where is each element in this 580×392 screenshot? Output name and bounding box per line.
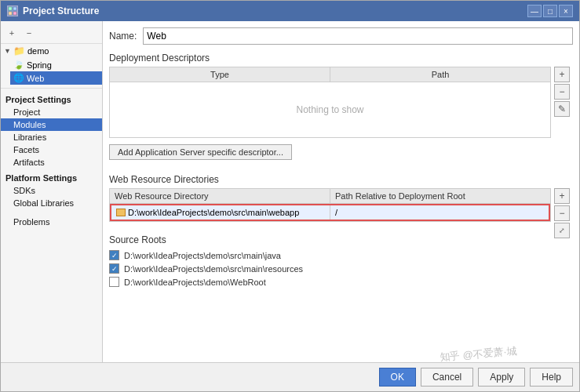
wrd-expand-button[interactable]: ⤢ <box>554 223 570 238</box>
wrd-row-0[interactable]: D:\work\IdeaProjects\demo\src\main\webap… <box>110 204 550 221</box>
help-button[interactable]: Help <box>530 368 573 387</box>
source-roots-section: Source Roots ✓ D:\work\IdeaProjects\demo… <box>109 234 573 289</box>
svg-rect-2 <box>9 12 12 15</box>
ok-button[interactable]: OK <box>379 368 416 387</box>
sidebar-item-label-facets: Facets <box>13 145 39 154</box>
sr-label-resources: D:\work\IdeaProjects\demo\src\main\resou… <box>124 264 303 274</box>
tree-label-spring: Spring <box>27 60 52 70</box>
tree-node-demo[interactable]: ▼ 📁 demo <box>1 44 102 58</box>
dd-add-button[interactable]: + <box>554 67 570 82</box>
sr-checkbox-resources[interactable]: ✓ <box>109 263 119 274</box>
dd-side-buttons: + − ✎ <box>554 67 570 117</box>
name-label: Name: <box>109 31 137 42</box>
sidebar-item-global-libraries[interactable]: Global Libraries <box>1 197 102 209</box>
sidebar-item-label-artifacts: Artifacts <box>13 158 45 167</box>
sidebar-item-project[interactable]: Project <box>1 106 102 118</box>
svg-rect-3 <box>13 12 16 15</box>
source-roots-title: Source Roots <box>109 234 573 245</box>
main-panel: Name: Deployment Descriptors Type Path N… <box>103 21 579 362</box>
wrd-cell-path: D:\work\IdeaProjects\demo\src\main\webap… <box>111 205 330 220</box>
tree-node-web[interactable]: 🌐 Web <box>10 71 102 85</box>
add-module-button[interactable]: + <box>4 26 20 40</box>
sidebar-item-label-modules: Modules <box>13 120 46 129</box>
dd-col-path: Path <box>330 67 550 82</box>
web-icon: 🌐 <box>13 73 24 83</box>
content-area: + − ▼ 📁 demo 🍃 Spring 🌐 Web <box>1 21 579 362</box>
close-button[interactable]: × <box>559 5 573 17</box>
problems-section: Problems <box>1 216 102 228</box>
wrd-table-wrapper: Web Resource Directory Path Relative to … <box>109 188 551 222</box>
cancel-button[interactable]: Cancel <box>421 368 473 387</box>
add-descriptor-button[interactable]: Add Application Server specific descript… <box>109 144 292 160</box>
maximize-button[interactable]: □ <box>543 5 557 17</box>
dd-table-header: Type Path <box>110 67 550 82</box>
sidebar-item-label-sdks: SDKs <box>13 186 35 195</box>
sr-checkbox-webroot[interactable] <box>109 277 119 287</box>
sidebar-toolbar: + − <box>1 24 102 44</box>
wrd-table: Web Resource Directory Path Relative to … <box>109 188 551 222</box>
wrd-remove-button[interactable]: − <box>554 205 570 221</box>
sr-item-resources: ✓ D:\work\IdeaProjects\demo\src\main\res… <box>109 262 573 275</box>
title-controls: — □ × <box>527 5 573 17</box>
sidebar-item-label-global-libraries: Global Libraries <box>13 198 74 208</box>
module-tree: ▼ 📁 demo 🍃 Spring 🌐 Web <box>1 44 102 89</box>
web-resource-directories-section: Web Resource Directories Web Resource Di… <box>109 174 573 222</box>
sidebar-item-label-problems: Problems <box>13 217 49 227</box>
name-row: Name: <box>109 27 573 45</box>
platform-settings-label: Platform Settings <box>1 169 102 184</box>
dd-col-type: Type <box>110 67 330 82</box>
sr-label-webroot: D:\work\IdeaProjects\demo\WebRoot <box>124 278 266 287</box>
wrd-add-button[interactable]: + <box>554 188 570 204</box>
wrd-path-label: D:\work\IdeaProjects\demo\src\main\webap… <box>128 208 299 217</box>
folder-icon: 📁 <box>13 45 25 56</box>
expand-arrow: ▼ <box>4 47 11 55</box>
tree-label-web: Web <box>27 74 44 83</box>
tree-label-demo: demo <box>27 46 49 56</box>
deployment-descriptors-table-wrapper: Type Path Nothing to show + − ✎ <box>109 67 551 138</box>
wrd-cell-relative: / <box>330 205 549 220</box>
sidebar: + − ▼ 📁 demo 🍃 Spring 🌐 Web <box>1 21 103 362</box>
tree-node-spring[interactable]: 🍃 Spring <box>10 58 102 71</box>
sidebar-item-label-libraries: Libraries <box>13 132 46 142</box>
wrd-title: Web Resource Directories <box>109 174 573 185</box>
sidebar-item-sdks[interactable]: SDKs <box>1 184 102 197</box>
window-icon <box>7 5 18 16</box>
sidebar-item-facets[interactable]: Facets <box>1 143 102 156</box>
wrd-header: Web Resource Directory Path Relative to … <box>110 189 550 204</box>
sr-item-java: ✓ D:\work\IdeaProjects\demo\src\main\jav… <box>109 249 573 262</box>
sr-label-java: D:\work\IdeaProjects\demo\src\main\java <box>124 251 281 260</box>
add-descriptor-row: Add Application Server specific descript… <box>109 144 573 168</box>
svg-rect-1 <box>13 7 16 10</box>
sr-checkbox-java[interactable]: ✓ <box>109 250 119 260</box>
remove-module-button[interactable]: − <box>21 26 37 40</box>
project-settings-label: Project Settings <box>1 90 102 106</box>
wrd-col1-header: Web Resource Directory <box>110 189 330 203</box>
deployment-descriptors-table: Type Path Nothing to show <box>109 67 551 138</box>
dd-remove-button[interactable]: − <box>554 84 570 100</box>
sidebar-item-problems[interactable]: Problems <box>1 216 102 228</box>
sidebar-item-artifacts[interactable]: Artifacts <box>1 156 102 169</box>
folder-small-icon <box>116 209 126 216</box>
dd-nothing-label: Nothing to show <box>296 104 363 115</box>
window-title: Project Structure <box>23 5 99 16</box>
wrd-side-buttons: + − ⤢ <box>554 188 570 238</box>
name-input[interactable] <box>143 27 573 45</box>
dd-table-body: Nothing to show <box>110 82 550 137</box>
title-bar: Project Structure — □ × <box>1 1 579 21</box>
project-settings-section: Project Settings Project Modules Librari… <box>1 90 102 169</box>
sidebar-item-label-project: Project <box>13 107 40 117</box>
deployment-descriptors-title: Deployment Descriptors <box>109 53 573 64</box>
bottom-bar: 知乎 @不爱萧·城 OK Cancel Apply Help <box>1 362 579 391</box>
wrd-col2-header: Path Relative to Deployment Root <box>330 189 550 203</box>
apply-button[interactable]: Apply <box>478 368 525 387</box>
sidebar-item-libraries[interactable]: Libraries <box>1 131 102 143</box>
dd-edit-button[interactable]: ✎ <box>554 101 570 117</box>
sr-item-webroot: D:\work\IdeaProjects\demo\WebRoot <box>109 275 573 289</box>
svg-rect-0 <box>9 7 12 10</box>
platform-settings-section: Platform Settings SDKs Global Libraries <box>1 169 102 209</box>
spring-icon: 🍃 <box>13 60 24 70</box>
sidebar-item-modules[interactable]: Modules <box>1 118 102 131</box>
deployment-descriptors-section: Deployment Descriptors Type Path Nothing… <box>109 53 573 144</box>
title-bar-left: Project Structure <box>7 5 99 16</box>
minimize-button[interactable]: — <box>527 5 542 17</box>
